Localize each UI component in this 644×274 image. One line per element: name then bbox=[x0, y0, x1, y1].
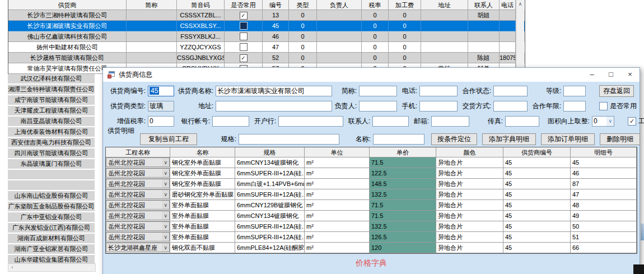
maximize-button[interactable]: □ bbox=[601, 68, 620, 82]
short-name-input[interactable] bbox=[359, 86, 397, 96]
dialog-titlebar[interactable]: 供货商信息 – □ × bbox=[103, 68, 640, 82]
list-item[interactable] bbox=[8, 180, 95, 190]
column-header[interactable]: 负责人 bbox=[317, 0, 362, 10]
list-item[interactable]: 山东南山铝业股份有限公司 bbox=[8, 191, 95, 201]
horizontal-scrollbar[interactable]: ‹ bbox=[8, 263, 96, 272]
name-filter-input[interactable] bbox=[373, 134, 424, 145]
list-item[interactable]: 西安佳吉美电力科技有限公司 bbox=[8, 138, 95, 147]
list-item[interactable]: 广东兴发铝业(江西)有限公司 bbox=[8, 223, 95, 233]
column-header[interactable]: 联系人 bbox=[468, 0, 500, 10]
grid-row[interactable]: 岳州北控花园∨室外单面贴膜6mmSUPER-III+12A(硅...m²126.… bbox=[106, 232, 637, 243]
email-input[interactable] bbox=[431, 116, 469, 127]
common-use-cell-checkbox[interactable] bbox=[240, 32, 248, 40]
list-item[interactable]: 广东坚朗五金制品股份有限公司 bbox=[8, 202, 95, 211]
column-header[interactable]: 是否常用 bbox=[225, 0, 263, 10]
project-combo[interactable]: 长沙龙湖祺鑫星座∨ bbox=[106, 243, 170, 252]
common-use-cell-checkbox[interactable] bbox=[240, 22, 248, 30]
common-use-checkbox[interactable]: 是否常用 bbox=[599, 101, 637, 111]
save-return-button[interactable]: 存盘返回 bbox=[599, 85, 634, 97]
column-header[interactable]: 简音码 bbox=[177, 0, 225, 10]
table-row[interactable]: 扬州中勤建材有限公司YZZQJCYXGS47000 bbox=[8, 42, 525, 53]
mobile-input[interactable] bbox=[419, 101, 458, 112]
coop-status-input[interactable] bbox=[493, 86, 528, 96]
vat-input[interactable]: 0 bbox=[148, 116, 174, 127]
grid-row[interactable]: 岳州北控花园∨钢化室外单面贴膜6mmCNY134镀膜钢化m²71.5异地合片45… bbox=[106, 157, 637, 168]
grid-row[interactable]: 长沙龙湖祺鑫星座∨钢化双面不贴膜6mmPLE84+12A(硅酮胶...m²120… bbox=[106, 243, 637, 253]
column-header[interactable]: 地址 bbox=[421, 0, 468, 10]
minimize-button[interactable]: – bbox=[582, 68, 601, 82]
grade-input[interactable] bbox=[563, 86, 586, 96]
grid-row[interactable]: 岳州北控花园∨室外单面贴膜6mmSUPER-III+12A(硅...m²132.… bbox=[106, 221, 637, 232]
supplier-name-input[interactable]: 长沙市潇湘玻璃实业有限公司 bbox=[216, 86, 332, 96]
list-item[interactable]: 山东华建铝业集团有限公司 bbox=[8, 255, 95, 263]
list-item[interactable]: 上海优泰装饰材料有限公司 bbox=[8, 127, 95, 137]
contact-input[interactable] bbox=[372, 116, 409, 127]
table-row[interactable]: 长沙市三湘特种玻璃有限公司CSSSXTZBL...✓13000胡姐 bbox=[8, 10, 525, 21]
column-header[interactable]: 电话 bbox=[500, 0, 516, 10]
delivery-input[interactable] bbox=[493, 101, 528, 112]
close-button[interactable]: × bbox=[620, 68, 640, 82]
project-combo[interactable]: 岳州北控花园∨ bbox=[106, 200, 170, 210]
supplier-type-input[interactable]: 玻璃 bbox=[148, 101, 174, 112]
list-item[interactable]: 广东中亚铝业有限公司 bbox=[8, 212, 95, 222]
list-item[interactable]: 南昌亚晶玻璃有限公司 bbox=[8, 117, 95, 126]
project-combo[interactable]: 岳州北控花园∨ bbox=[106, 232, 170, 242]
project-combo[interactable]: 岳州北控花园∨ bbox=[106, 211, 170, 220]
project-combo[interactable]: 岳州北控花园∨ bbox=[106, 157, 170, 167]
grid-row[interactable]: 岳州北控花园∨室外单面贴膜6mmCNY134镀膜钢化m²71.5异地合片4549 bbox=[106, 211, 637, 221]
list-item[interactable]: 湖南广亚全铝家居有限公司 bbox=[8, 244, 95, 254]
bank-no-input[interactable] bbox=[212, 116, 249, 127]
grid-column-header[interactable]: 单价 bbox=[370, 147, 436, 157]
grid-row[interactable]: 岳州北控花园∨钢化室外单面贴膜6mmSUPER-III+12A(硅...m²12… bbox=[106, 168, 637, 179]
list-item[interactable]: 天津耀皮工程玻璃有限公司 bbox=[8, 106, 95, 115]
column-header[interactable]: 类型 bbox=[289, 0, 317, 10]
add-order-detail-button[interactable]: 添加订单明细 bbox=[541, 133, 595, 145]
grid-row[interactable]: 岳州北控花园∨磨砂钢化室外单面贴膜6mmSUPER-III+12A(硅...m²… bbox=[106, 189, 637, 200]
grid-row[interactable]: 岳州北控花园∨钢化室外单面贴膜6mm白玻+1.14PVB+6mm...m²148… bbox=[106, 179, 637, 189]
column-header[interactable]: 加工费 bbox=[389, 0, 421, 10]
spec-filter-input[interactable] bbox=[239, 134, 339, 145]
grid-column-header[interactable]: 颜色 bbox=[436, 147, 503, 157]
common-use-cell-checkbox[interactable]: ✓ bbox=[240, 12, 248, 20]
scroll-up-icon[interactable]: ∧ bbox=[516, 0, 524, 8]
list-item[interactable]: 武汉亿泽科技有限公司 bbox=[8, 74, 95, 83]
grid-column-header[interactable]: 工程名称 bbox=[106, 147, 170, 157]
project-bind-checkbox[interactable]: ✓ 工程绑定 bbox=[628, 117, 644, 126]
grid-column-header[interactable]: 规格 bbox=[235, 147, 305, 157]
project-combo[interactable]: 岳州北控花园∨ bbox=[106, 221, 170, 231]
grid-row[interactable]: 岳州北控花园∨室外单面贴膜6mmCNY129B镀膜钢化m²71.5异地合片454… bbox=[106, 200, 637, 211]
scroll-left-icon[interactable]: ‹ bbox=[8, 264, 16, 271]
phone-input[interactable] bbox=[419, 86, 458, 96]
table-row[interactable]: 佛山市亿鑫玻璃科技有限公司FSSYXBLKJ...46000 bbox=[8, 31, 525, 42]
table-row[interactable]: 长沙市潇湘玻璃实业有限公司CSSXXBLSY...45000 bbox=[8, 21, 525, 31]
address-input[interactable] bbox=[216, 101, 332, 112]
supplier-no-input[interactable]: 45 bbox=[148, 86, 174, 96]
coop-years-input[interactable] bbox=[563, 101, 586, 112]
table-row[interactable]: 长沙晟格节能玻璃有限公司CSSGJNBLYXGS✓52000陈姐180751 bbox=[8, 53, 525, 63]
copy-project-button[interactable]: 复制当前工程 bbox=[140, 133, 197, 145]
list-item[interactable]: 东晶玻璃厦门有限公司 bbox=[8, 159, 95, 169]
list-item[interactable]: 四川南玻节能玻璃有限公司 bbox=[8, 148, 95, 158]
column-header[interactable]: 税率 bbox=[362, 0, 389, 10]
vertical-scrollbar[interactable]: ∧ bbox=[516, 0, 524, 74]
area-round-select[interactable]: 0 ∨ bbox=[592, 116, 614, 127]
grid-column-header[interactable]: 单位 bbox=[305, 147, 370, 157]
locate-button[interactable]: 按条件定位 bbox=[431, 133, 477, 145]
add-dict-detail-button[interactable]: 添加字典明细 bbox=[482, 133, 536, 145]
grid-column-header[interactable]: 明细号 bbox=[571, 147, 637, 157]
list-item[interactable] bbox=[8, 170, 95, 179]
column-header[interactable]: 简称 bbox=[127, 0, 177, 10]
common-use-cell-checkbox[interactable] bbox=[240, 43, 248, 51]
list-item[interactable]: 湘潭三金特种玻璃有限责任公司 bbox=[8, 85, 95, 94]
common-use-cell-checkbox[interactable]: ✓ bbox=[240, 54, 248, 62]
column-header[interactable]: 供货商 bbox=[8, 0, 127, 10]
list-item[interactable]: 咸宁南玻节能玻璃有限公司 bbox=[8, 95, 95, 105]
grid-column-header[interactable]: 供货商编号 bbox=[503, 147, 571, 157]
fax-input[interactable] bbox=[505, 116, 539, 127]
project-combo[interactable]: 岳州北控花园∨ bbox=[106, 189, 170, 199]
bank-input[interactable] bbox=[278, 116, 343, 127]
grid-column-header[interactable]: 名称 bbox=[170, 147, 235, 157]
list-item[interactable]: 湖南百成新材料有限公司 bbox=[8, 234, 95, 243]
manager-input[interactable] bbox=[359, 101, 397, 112]
project-combo[interactable]: 岳州北控花园∨ bbox=[106, 179, 170, 188]
